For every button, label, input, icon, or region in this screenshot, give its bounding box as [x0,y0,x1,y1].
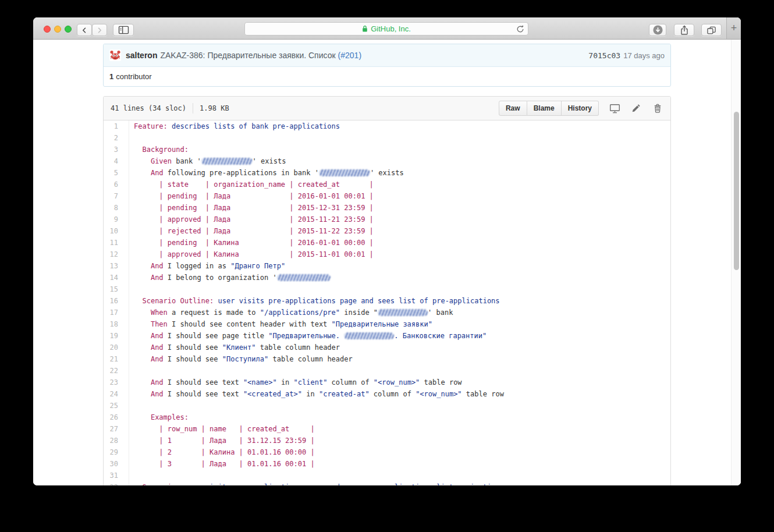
line-number[interactable]: 5 [104,167,129,179]
line-number[interactable]: 22 [104,365,129,377]
code-line-content: And I should see text "<created_at>" in … [129,388,504,400]
file-lines-info: 41 lines (34 sloc) [111,104,186,112]
line-number[interactable]: 24 [104,388,129,400]
line-number[interactable]: 21 [104,353,129,365]
blame-button[interactable]: Blame [527,101,562,116]
line-number[interactable]: 9 [104,214,129,225]
line-number[interactable]: 18 [104,318,129,330]
code-line-content: And I logged in as "Дранго Петр" [129,260,285,272]
close-button[interactable] [44,26,51,33]
code-line-content: And I should see text "<name>" in "clien… [129,377,462,388]
line-number[interactable]: 4 [104,155,129,167]
share-button[interactable] [674,24,694,36]
line-number[interactable]: 27 [104,423,129,435]
open-on-desktop-button[interactable] [609,103,620,114]
code-line: 19 And I should see page title "Предвари… [104,330,670,342]
line-number[interactable]: 1 [104,120,129,132]
code-line: 16 Scenario Outline: user visits pre-app… [104,295,670,307]
commit-author-link[interactable]: salteron [126,51,157,60]
line-number[interactable]: 32 [104,481,129,485]
line-number[interactable]: 16 [104,295,129,307]
forward-button[interactable] [92,24,107,36]
line-number[interactable]: 7 [104,190,129,202]
code-line: 8 | pending | Лада | 2015-12-31 23:59 | [104,202,670,214]
code-line-content: | approved | Лада | 2015-11-21 23:59 | [129,214,374,225]
scrollbar-thumb[interactable] [734,112,739,270]
file-size: 1.98 KB [200,104,229,112]
pr-number-link[interactable]: (#201) [338,51,361,60]
code-line: 17 When a request is made to "/applicati… [104,307,670,318]
commit-sha-link[interactable]: 7015c03 [588,51,620,60]
minimize-button[interactable] [54,26,61,33]
code-line: 30 | 3 | Лада | 01.01.16 00:01 | [104,458,670,470]
commit-message[interactable]: ZAKAZ-386: Предварительные заявки. Списо… [160,51,335,60]
code-line-content: | 1 | Лада | 31.12.15 23:59 | [129,435,315,446]
code-line-content [129,470,134,481]
sidebar-toggle-button[interactable] [113,24,134,36]
code-line: 21 And I should see "Поступила" table co… [104,353,670,365]
line-number[interactable]: 30 [104,458,129,470]
line-number[interactable]: 28 [104,435,129,446]
line-number[interactable]: 26 [104,412,129,423]
edit-file-button[interactable] [630,103,642,114]
lock-icon [362,25,368,33]
commit-tease: salteron ZAKAZ-386: Предварительные заяв… [104,44,670,67]
raw-button[interactable]: Raw [499,101,527,116]
code-line-content: | pending | Лада | 2015-12-31 23:59 | [129,202,374,214]
code-line-content: And I should see "Клиент" table column h… [129,342,340,353]
code-line-content [129,365,134,377]
delete-file-button[interactable] [652,103,663,114]
code-line: 12 | approved | Калина | 2015-11-01 00:0… [104,249,670,260]
code-line: 25 [104,400,670,412]
scrollbar-track[interactable] [731,40,741,485]
github-page: salteron ZAKAZ-386: Предварительные заяв… [33,40,741,485]
code-line: 11 | pending | Калина | 2016-01-01 00:00… [104,237,670,249]
line-number[interactable]: 17 [104,307,129,318]
new-tab-button[interactable]: + [726,17,741,39]
code-line-content: When a request is made to "/applications… [129,307,453,318]
code-line: 5 And following pre-applications in bank… [104,167,670,179]
show-tabs-button[interactable] [701,24,722,36]
line-number[interactable]: 6 [104,179,129,190]
line-number[interactable]: 19 [104,330,129,342]
monitor-icon [609,104,620,114]
line-number[interactable]: 25 [104,400,129,412]
code-line-content: Scenario Outline: user visits pre-applic… [129,295,500,307]
code-line: 27 | row_num | name | created_at | [104,423,670,435]
avatar[interactable] [109,49,121,61]
line-number[interactable]: 20 [104,342,129,353]
redacted-text [201,158,253,165]
line-number[interactable]: 10 [104,225,129,237]
line-number[interactable]: 31 [104,470,129,481]
line-number[interactable]: 23 [104,377,129,388]
code-line: 14 And I belong to organization ' [104,272,670,283]
line-number[interactable]: 29 [104,446,129,458]
pencil-icon [631,104,641,113]
reload-button[interactable] [516,25,524,33]
downloads-button[interactable] [649,24,666,36]
code-line: 29 | 2 | Калина | 01.01.16 00:00 | [104,446,670,458]
line-number[interactable]: 13 [104,260,129,272]
zoom-button[interactable] [65,26,72,33]
line-number[interactable]: 14 [104,272,129,283]
commit-box: salteron ZAKAZ-386: Предварительные заяв… [103,44,671,87]
safari-window: GitHub, Inc. + salteron [33,17,741,485]
line-number[interactable]: 12 [104,249,129,260]
line-number[interactable]: 15 [104,283,129,295]
code-line-content: | 3 | Лада | 01.01.16 00:01 | [129,458,315,470]
address-bar[interactable]: GitHub, Inc. [244,22,528,36]
code-line: 26 Examples: [104,412,670,423]
line-number[interactable]: 3 [104,144,129,155]
code-line-content: | 2 | Калина | 01.01.16 00:00 | [129,446,315,458]
trash-icon [654,104,662,114]
line-number[interactable]: 2 [104,132,129,144]
commit-date: 17 days ago [623,51,665,60]
code-line-content: Then I should see content header with te… [129,318,432,330]
line-number[interactable]: 8 [104,202,129,214]
history-button[interactable]: History [562,101,599,116]
line-number[interactable]: 11 [104,237,129,249]
back-button[interactable] [77,24,92,36]
contributors-bar: 1 contributor [104,67,670,86]
browser-toolbar: GitHub, Inc. + [33,17,741,40]
code-line: 22 [104,365,670,377]
